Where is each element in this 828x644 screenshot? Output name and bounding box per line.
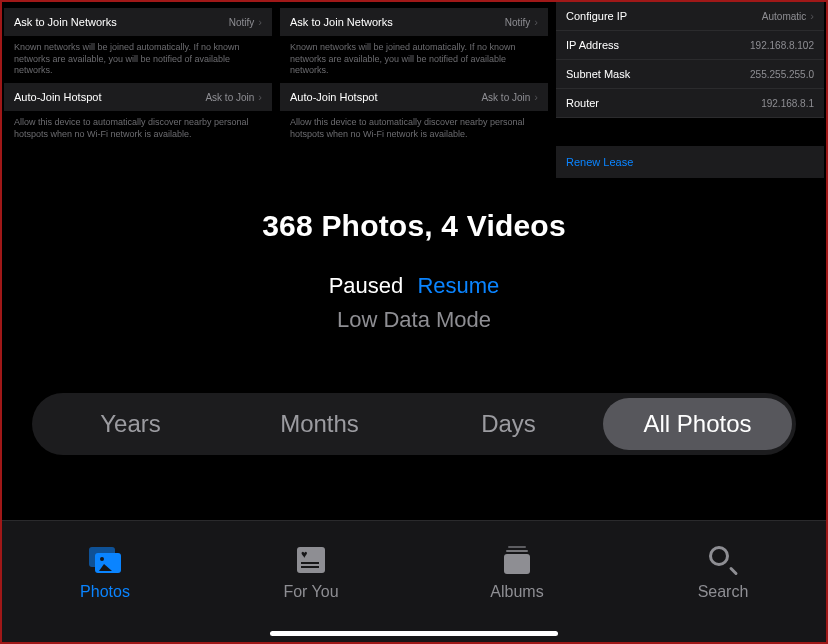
chevron-right-icon: › (258, 91, 262, 103)
thumb-wifi-settings-b[interactable]: Ask to Join Networks Notify› Known netwo… (280, 2, 548, 177)
row-ask-join: Ask to Join Networks Notify› (4, 8, 272, 36)
home-indicator[interactable] (270, 631, 558, 636)
chevron-right-icon: › (534, 16, 538, 28)
row-ask-join: Ask to Join Networks Notify› (280, 8, 548, 36)
low-data-mode-label: Low Data Mode (2, 307, 826, 333)
thumb-wifi-settings-a[interactable]: Ask to Join Networks Notify› Known netwo… (4, 2, 272, 177)
segment-days[interactable]: Days (414, 398, 603, 450)
bottom-tab-bar: Photos For You Albums Search (2, 520, 826, 642)
tab-label: Search (698, 583, 749, 601)
tab-label: Albums (490, 583, 543, 601)
row-auto-join: Auto-Join Hotspot Ask to Join› (280, 83, 548, 111)
renew-lease-link: Renew Lease (556, 146, 824, 178)
library-thumbnails: Ask to Join Networks Notify› Known netwo… (2, 2, 826, 177)
albums-icon (500, 545, 534, 575)
tab-albums[interactable]: Albums (414, 521, 620, 642)
view-segmented-control: Years Months Days All Photos (32, 393, 796, 455)
row-router: Router 192.168.8.1 (556, 89, 824, 118)
segment-all-photos[interactable]: All Photos (603, 398, 792, 450)
row-ip-address: IP Address 192.168.8.102 (556, 31, 824, 60)
resume-button[interactable]: Resume (417, 273, 499, 298)
paused-label: Paused (329, 273, 404, 298)
row-auto-join: Auto-Join Hotspot Ask to Join› (4, 83, 272, 111)
row-configure-ip: Configure IP Automatic› (556, 2, 824, 31)
thumb-ip-settings[interactable]: Configure IP Automatic› IP Address 192.1… (556, 2, 824, 177)
tab-for-you[interactable]: For You (208, 521, 414, 642)
photo-count: 368 Photos, 4 Videos (2, 209, 826, 243)
photos-icon (88, 545, 122, 575)
segment-years[interactable]: Years (36, 398, 225, 450)
segment-months[interactable]: Months (225, 398, 414, 450)
chevron-right-icon: › (534, 91, 538, 103)
tab-search[interactable]: Search (620, 521, 826, 642)
tab-label: Photos (80, 583, 130, 601)
row-subnet-mask: Subnet Mask 255.255.255.0 (556, 60, 824, 89)
chevron-right-icon: › (810, 10, 814, 22)
sync-status: Paused Resume (2, 273, 826, 299)
chevron-right-icon: › (258, 16, 262, 28)
tab-photos[interactable]: Photos (2, 521, 208, 642)
tab-label: For You (283, 583, 338, 601)
search-icon (706, 545, 740, 575)
library-summary: 368 Photos, 4 Videos Paused Resume Low D… (2, 209, 826, 333)
for-you-icon (294, 545, 328, 575)
